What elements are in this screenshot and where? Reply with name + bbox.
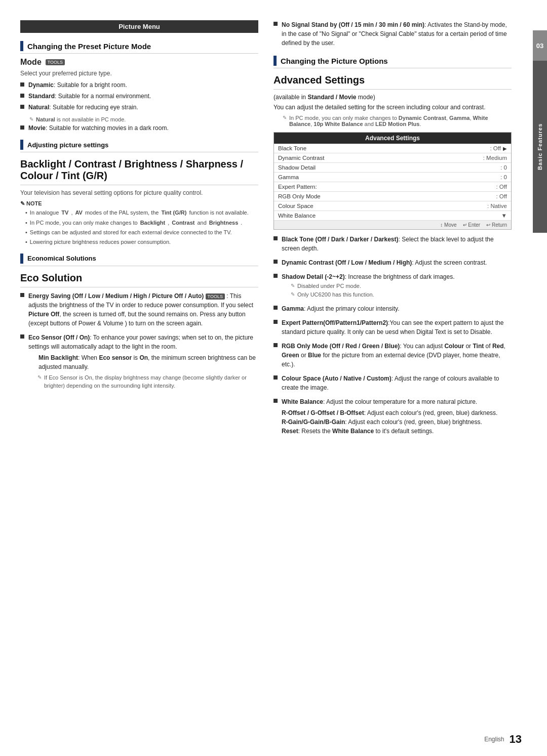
adv-row-label: Colour Space <box>278 203 314 209</box>
footer-lang: English <box>484 736 504 743</box>
adv-row: Colour Space : Native <box>274 201 511 211</box>
quality-desc: Your television has several setting opti… <box>20 189 258 196</box>
adv-row-value: : Off <box>496 193 507 199</box>
adv-row: White Balance ▼ <box>274 211 511 221</box>
blue-bar-3 <box>20 254 23 264</box>
bullet-square <box>20 334 24 339</box>
section1-heading-text: Changing the Preset Picture Mode <box>27 42 151 51</box>
bullet-square <box>20 105 24 109</box>
sub-note: ✎ Disabled under PC mode. <box>291 282 454 290</box>
bullet-square <box>274 236 278 240</box>
adv-row-label: Gamma <box>278 174 299 180</box>
note-icon3: ✎ <box>283 115 287 120</box>
nav-enter: ↵ Enter <box>463 222 481 228</box>
note-item: Lowering picture brightness reduces powe… <box>25 238 258 246</box>
adv-row-value: : 0 <box>500 174 507 180</box>
adv-arrow: ▶ <box>503 146 507 151</box>
white-balance-extra: R-Offset / G-Offset / B-Offset: Adjust e… <box>282 408 497 436</box>
note-item: In analogue TV, AV modes of the PAL syst… <box>25 209 258 217</box>
eco-note: ✎ If Eco Sensor is On, the display brigh… <box>37 373 258 390</box>
desc-item: Black Tone (Off / Dark / Darker / Darkes… <box>274 235 512 253</box>
adv-settings-table: Advanced Settings Black Tone : Off ▶ Dyn… <box>274 132 512 230</box>
note-icon4: ✎ <box>291 282 295 289</box>
mode-label: Mode <box>20 58 42 67</box>
desc-item: Dynamic Contrast (Off / Low / Medium / H… <box>274 258 512 267</box>
adv-desc: You can adjust the detailed setting for … <box>274 104 512 111</box>
picture-menu-header: Picture Menu <box>20 20 258 33</box>
subsection-adjusting: Adjusting picture settings <box>20 140 258 152</box>
adv-row-label: Expert Pattern: <box>278 184 317 190</box>
note-icon: ✎ <box>20 200 26 206</box>
wb-line3: Reset: Resets the White Balance to it's … <box>282 427 497 436</box>
adv-pc-note: ✎ In PC mode, you can only make changes … <box>283 115 512 127</box>
advanced-settings-heading: Advanced Settings <box>274 74 512 86</box>
right-column: No Signal Stand by (Off / 15 min / 30 mi… <box>274 20 512 736</box>
desc-item: Expert Pattern(Off/Pattern1/Pattern2):Yo… <box>274 318 512 337</box>
list-item: Natural: Suitable for reducing eye strai… <box>20 103 258 112</box>
sub-note-text: Only UC6200 has this function. <box>297 291 374 299</box>
divider3 <box>274 89 512 90</box>
side-number: 03 <box>533 30 547 61</box>
desc-item-text: RGB Only Mode (Off / Red / Green / Blue)… <box>282 342 512 369</box>
adv-row-value: : Off ▶ <box>490 145 507 151</box>
note-text: Natural is not available in PC mode. <box>36 116 126 122</box>
bullet-square <box>20 94 24 98</box>
desc-item: Shadow Detail (-2~+2): Increase the brig… <box>274 272 512 299</box>
signal-note: No Signal Stand by (Off / 15 min / 30 mi… <box>274 20 512 48</box>
adv-row-value: ▼ <box>501 213 507 219</box>
eco-note-text: If Eco Sensor is On, the display brightn… <box>44 373 258 390</box>
note-title: ✎ NOTE <box>20 200 258 207</box>
section-heading-preset: Changing the Preset Picture Mode <box>20 41 258 54</box>
adv-row-label: Black Tone <box>278 145 306 151</box>
eco-item: Eco Sensor (Off / On): To enhance your p… <box>20 333 258 392</box>
divider <box>20 185 258 185</box>
item-text: Standard: Suitable for a normal environm… <box>28 92 151 101</box>
signal-note-text: No Signal Stand by (Off / 15 min / 30 mi… <box>282 20 512 48</box>
nav-move: ↕ Move <box>440 222 456 228</box>
section-options-text: Changing the Picture Options <box>281 57 388 65</box>
bullet-square <box>274 306 278 310</box>
section-heading-options: Changing the Picture Options <box>274 56 512 68</box>
desc-item: Colour Space (Auto / Native / Custom): A… <box>274 374 512 392</box>
note-item: Settings can be adjusted and stored for … <box>25 229 258 236</box>
eco-solution-heading: Eco Solution <box>20 272 258 284</box>
divider2 <box>20 287 258 287</box>
eco-item-text: Eco Sensor (Off / On): To enhance your p… <box>28 334 253 350</box>
min-backlight-text: Min Backlight: When Eco sensor is On, th… <box>38 353 258 371</box>
item-text: Natural: Suitable for reducing eye strai… <box>28 103 138 112</box>
bullet-square <box>274 260 278 264</box>
nav-return: ↩ Return <box>486 222 507 228</box>
adv-row-label: White Balance <box>278 213 316 219</box>
list-item: Dynamic: Suitable for a bright room. <box>20 81 258 90</box>
adv-row: Gamma : 0 <box>274 173 511 182</box>
side-tab-label: Basic Features <box>537 123 543 170</box>
desc-item-text: White Balance: Adjust the colour tempera… <box>282 398 477 405</box>
footer-num: 13 <box>510 733 522 746</box>
note-bullets: In analogue TV, AV modes of the PAL syst… <box>25 209 258 246</box>
left-column: Picture Menu Changing the Preset Picture… <box>20 20 258 736</box>
note-item: In PC mode, you can only make changes to… <box>25 219 258 227</box>
bullet-square <box>20 125 24 130</box>
desc-item-text: Expert Pattern(Off/Pattern1/Pattern2):Yo… <box>282 318 512 337</box>
backlight-heading: Backlight / Contrast / Brightness / Shar… <box>20 158 258 182</box>
sub-note2: ✎ Only UC6200 has this function. <box>291 291 454 299</box>
bullet-square <box>274 375 278 380</box>
adv-row-value: : Medium <box>483 155 507 161</box>
subsection-eco: Economical Solutions <box>20 254 258 266</box>
bullet-square <box>20 82 24 87</box>
desc-item-block: Shadow Detail (-2~+2): Increase the brig… <box>282 272 454 299</box>
desc-item-text: Colour Space (Auto / Native / Custom): A… <box>282 374 512 392</box>
desc-item-text: Shadow Detail (-2~+2): Increase the brig… <box>282 273 454 280</box>
adv-row-value: : 0 <box>500 164 507 171</box>
blue-bar-1 <box>20 41 23 51</box>
eco-bullets: Energy Saving (Off / Low / Medium / High… <box>20 291 258 392</box>
bullet-square <box>274 274 278 278</box>
item-text: Movie: Suitable for watching movies in a… <box>28 124 169 133</box>
note-icon: ✎ <box>29 116 33 122</box>
mode-line: Mode TOOLS <box>20 58 258 67</box>
note-icon5: ✎ <box>291 291 295 298</box>
desc-item: RGB Only Mode (Off / Red / Green / Blue)… <box>274 342 512 369</box>
desc-item-text: Black Tone (Off / Dark / Darker / Darkes… <box>282 235 512 253</box>
tools-badge2: TOOLS <box>206 293 225 300</box>
page-container: 03 Basic Features Picture Menu Changing … <box>0 0 547 756</box>
